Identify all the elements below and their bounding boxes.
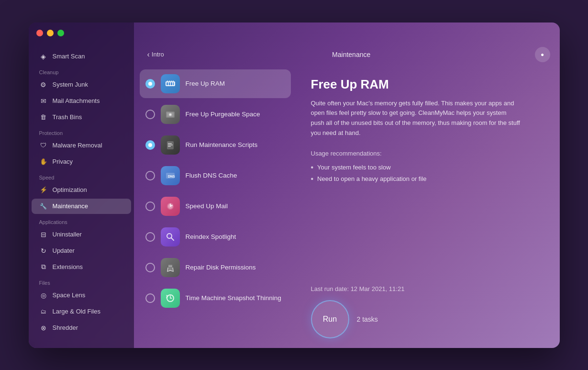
task-item-free-up-ram[interactable]: Free Up RAM bbox=[140, 69, 291, 98]
task-icon-dns: DNS bbox=[161, 166, 180, 185]
sidebar: Smart Scan Cleanup System Junk Mail Atta… bbox=[29, 22, 134, 348]
task-item-flush-dns[interactable]: DNS Flush DNS Cache bbox=[140, 161, 291, 190]
sidebar-item-malware-removal[interactable]: Malware Removal bbox=[32, 138, 131, 153]
sidebar-label-maintenance: Maintenance bbox=[53, 202, 88, 210]
sidebar-label-trash-bins: Trash Bins bbox=[53, 113, 82, 121]
run-button[interactable]: Run bbox=[311, 300, 349, 338]
spotlight-svg bbox=[164, 230, 177, 244]
cleanup-section-label: Cleanup bbox=[29, 65, 134, 77]
task-item-time-machine[interactable]: Time Machine Snapshot Thinning bbox=[140, 284, 291, 313]
task-label-speed-up-mail: Speed Up Mail bbox=[186, 202, 228, 210]
usage-title: Usage recommendations: bbox=[311, 150, 545, 157]
close-button[interactable] bbox=[36, 30, 43, 36]
settings-icon: ● bbox=[541, 51, 544, 58]
maintenance-icon bbox=[39, 202, 48, 211]
svg-line-22 bbox=[171, 238, 174, 240]
task-icon-tm bbox=[161, 289, 180, 308]
svg-rect-7 bbox=[171, 80, 172, 82]
sidebar-item-mail-attachments[interactable]: Mail Attachments bbox=[32, 93, 131, 109]
sidebar-label-malware-removal: Malware Removal bbox=[53, 142, 102, 149]
sidebar-item-smart-scan[interactable]: Smart Scan bbox=[32, 49, 131, 64]
sidebar-item-optimization[interactable]: Optimization bbox=[32, 182, 131, 198]
sidebar-item-space-lens[interactable]: Space Lens bbox=[32, 288, 131, 303]
task-label-reindex-spotlight: Reindex Spotlight bbox=[186, 233, 236, 240]
smart-scan-icon bbox=[39, 52, 48, 61]
sidebar-item-uninstaller[interactable]: Uninstaller bbox=[32, 227, 131, 242]
task-icon-mail bbox=[161, 197, 180, 216]
task-item-reindex-spotlight[interactable]: Reindex Spotlight bbox=[140, 223, 291, 251]
task-item-speed-up-mail[interactable]: Speed Up Mail bbox=[140, 192, 291, 221]
svg-rect-8 bbox=[173, 80, 174, 82]
sidebar-item-updater[interactable]: Updater bbox=[32, 243, 131, 258]
sidebar-label-privacy: Privacy bbox=[53, 158, 73, 165]
task-radio-speed-up-mail[interactable] bbox=[145, 202, 155, 211]
settings-button[interactable]: ● bbox=[535, 47, 550, 62]
svg-rect-4 bbox=[173, 82, 174, 85]
back-button[interactable]: ‹ Intro bbox=[144, 48, 168, 61]
trash-icon bbox=[39, 113, 48, 122]
mail-icon bbox=[39, 97, 48, 105]
sidebar-item-extensions[interactable]: Extensions bbox=[32, 259, 131, 275]
fullscreen-button[interactable] bbox=[57, 30, 64, 36]
detail-panel: Free Up RAM Quite often your Mac's memor… bbox=[297, 66, 560, 348]
task-item-repair-disk[interactable]: Repair Disk Permissions bbox=[140, 253, 291, 282]
task-radio-maintenance-scripts[interactable] bbox=[145, 140, 155, 150]
sidebar-label-updater: Updater bbox=[53, 247, 75, 254]
task-icon-script bbox=[161, 135, 180, 155]
sidebar-label-uninstaller: Uninstaller bbox=[53, 231, 82, 238]
task-label-maintenance-scripts: Run Maintenance Scripts bbox=[186, 141, 258, 148]
usage-section: Usage recommendations: Your system feels… bbox=[311, 150, 545, 185]
task-radio-repair-disk[interactable] bbox=[145, 263, 155, 272]
sidebar-item-shredder[interactable]: Shredder bbox=[32, 320, 131, 336]
svg-text:DNS: DNS bbox=[168, 175, 175, 178]
svg-rect-16 bbox=[168, 146, 171, 147]
task-list: Free Up RAM Free Up Purgeable Space bbox=[134, 66, 297, 348]
svg-point-12 bbox=[169, 114, 170, 115]
header: ‹ Intro Maintenance ● bbox=[134, 44, 560, 66]
detail-title: Free Up RAM bbox=[311, 77, 545, 92]
usage-list: Your system feels too slow Need to open … bbox=[311, 162, 545, 185]
disk-svg bbox=[164, 108, 177, 121]
svg-rect-15 bbox=[168, 145, 173, 146]
task-item-maintenance-scripts[interactable]: Run Maintenance Scripts bbox=[140, 131, 291, 159]
svg-rect-3 bbox=[171, 82, 172, 85]
task-radio-free-up-purgeable[interactable] bbox=[145, 110, 155, 119]
privacy-icon bbox=[39, 157, 48, 166]
repair-svg bbox=[164, 261, 177, 274]
svg-rect-14 bbox=[168, 143, 172, 144]
sidebar-label-space-lens: Space Lens bbox=[53, 292, 86, 299]
task-item-free-up-purgeable[interactable]: Free Up Purgeable Space bbox=[140, 100, 291, 129]
sidebar-item-trash-bins[interactable]: Trash Bins bbox=[32, 110, 131, 125]
task-radio-time-machine[interactable] bbox=[145, 293, 155, 303]
tasks-count: 2 tasks bbox=[357, 315, 378, 323]
sidebar-item-maintenance[interactable]: Maintenance bbox=[32, 199, 131, 214]
system-junk-icon bbox=[39, 80, 48, 89]
large-files-icon bbox=[39, 307, 48, 316]
sidebar-item-privacy[interactable]: Privacy bbox=[32, 154, 131, 169]
content-area: Free Up RAM Free Up Purgeable Space bbox=[134, 66, 560, 348]
task-radio-free-up-ram[interactable] bbox=[145, 79, 155, 89]
sidebar-label-shredder: Shredder bbox=[53, 324, 78, 331]
files-section-label: Files bbox=[29, 275, 134, 287]
space-lens-icon bbox=[39, 291, 48, 300]
task-label-time-machine: Time Machine Snapshot Thinning bbox=[186, 294, 281, 302]
task-radio-reindex-spotlight[interactable] bbox=[145, 232, 155, 242]
minimize-button[interactable] bbox=[47, 30, 54, 36]
task-radio-flush-dns[interactable] bbox=[145, 171, 155, 180]
mail-svg bbox=[164, 200, 177, 213]
updater-icon bbox=[39, 247, 48, 255]
sidebar-label-extensions: Extensions bbox=[53, 263, 83, 270]
task-label-flush-dns: Flush DNS Cache bbox=[186, 172, 237, 179]
sidebar-label-large-old-files: Large & Old Files bbox=[53, 308, 100, 315]
page-title: Maintenance bbox=[168, 51, 535, 58]
speed-section-label: Speed bbox=[29, 170, 134, 182]
sidebar-item-large-old-files[interactable]: Large & Old Files bbox=[32, 304, 131, 319]
detail-description: Quite often your Mac's memory gets fully… bbox=[311, 99, 521, 138]
optimization-icon bbox=[39, 186, 48, 194]
uninstaller-icon bbox=[39, 230, 48, 239]
task-icon-disk bbox=[161, 105, 180, 124]
sidebar-item-system-junk[interactable]: System Junk bbox=[32, 77, 131, 92]
back-chevron-icon: ‹ bbox=[147, 50, 150, 59]
sidebar-label-system-junk: System Junk bbox=[53, 81, 88, 88]
traffic-lights bbox=[36, 30, 64, 36]
